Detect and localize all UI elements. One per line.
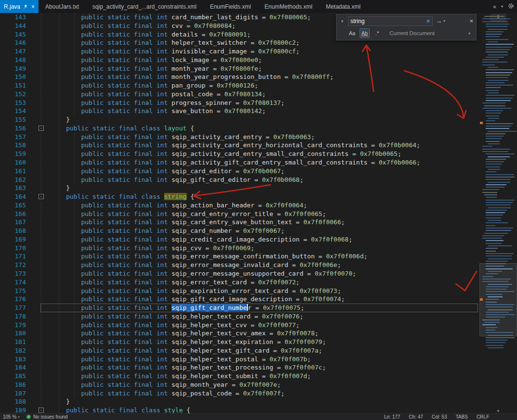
fold-margin	[30, 115, 47, 124]
code-line-148[interactable]: 148 public static final int lock_image =…	[0, 56, 479, 64]
code-line-153[interactable]: 153 public static final int progress_spi…	[0, 99, 479, 107]
code-line-183[interactable]: 183 public static final int sqip_helper_…	[0, 355, 479, 364]
code-line-150[interactable]: 150 public static final int month_year_p…	[0, 73, 479, 81]
code-line-166[interactable]: 166 public static final int sqip_card_en…	[0, 210, 479, 218]
punctuation: ;	[337, 287, 341, 294]
punctuation: ;	[322, 364, 326, 371]
code-line-176[interactable]: 176 public static final int sqip_gift_ca…	[0, 295, 479, 304]
line-number: 149	[0, 64, 30, 73]
hex-value: 0x7f0800fe	[220, 65, 258, 72]
code-line-169[interactable]: 169 public static final int sqip_credit_…	[0, 235, 479, 244]
code-line-179[interactable]: 179 public static final int sqip_helper_…	[0, 321, 479, 330]
fold-collapse-icon[interactable]: -	[39, 194, 44, 199]
search-scope-dropdown[interactable]: Current Document ▾	[385, 30, 473, 36]
minimap-line	[488, 29, 507, 30]
code-line-188[interactable]: 188 }	[0, 397, 479, 406]
code-line-175[interactable]: 175 public static final int sqip_expirat…	[0, 287, 479, 295]
code-line-174[interactable]: 174 public static final int sqip_error_t…	[0, 278, 479, 287]
code-line-157[interactable]: 157 public static final int sqip_activit…	[0, 133, 479, 141]
code-line-185[interactable]: 185 public static final int sqip_helper_…	[0, 372, 479, 381]
code-line-155[interactable]: 155 }	[0, 115, 479, 124]
overflow-chevrons-icon[interactable]: «	[493, 3, 496, 10]
code-line-156[interactable]: 156- public static final class layout {	[0, 124, 479, 133]
code-line-167[interactable]: 167 public static final int sqip_card_en…	[0, 218, 479, 227]
code-line-164[interactable]: 164- public static final class string {	[0, 192, 479, 201]
tab-list-icon[interactable]: ▾	[501, 4, 503, 9]
code-text: public static final int sqip_card_entry_…	[47, 210, 326, 218]
expand-replace-icon[interactable]: ▾	[339, 19, 345, 24]
code-line-168[interactable]: 168 public static final int sqip_card_nu…	[0, 227, 479, 235]
code-line-160[interactable]: 160 public static final int sqip_activit…	[0, 158, 479, 167]
code-line-187[interactable]: 187 public static final int sqip_postal_…	[0, 389, 479, 398]
code-line-159[interactable]: 159 public static final int sqip_activit…	[0, 150, 479, 158]
tab-aboutjars-txt[interactable]: AboutJars.txt	[39, 0, 86, 13]
code-line-161[interactable]: 161 public static final int sqip_card_ed…	[0, 167, 479, 176]
health-indicator[interactable]: ✓ No issues found	[26, 414, 68, 420]
hex-value: 0x7f0f007d	[270, 372, 307, 380]
code-line-184[interactable]: 184 public static final int sqip_helper_…	[0, 363, 479, 372]
code-line-163[interactable]: 163 }	[0, 184, 479, 192]
code-line-180[interactable]: 180 public static final int sqip_helper_…	[0, 329, 479, 338]
tab-enummethods-xml[interactable]: EnumMethods.xml	[258, 0, 319, 13]
close-find-icon[interactable]: ×	[469, 17, 473, 25]
code-line-177[interactable]: 177 public static final int sqip_gift_ca…	[0, 304, 479, 312]
code-line-172[interactable]: 172 public static final int sqip_error_m…	[0, 261, 479, 269]
code-line-170[interactable]: 170 public static final int sqip_cvv = 0…	[0, 244, 479, 253]
code-line-154[interactable]: 154 public static final int save_button …	[0, 107, 479, 115]
fold-collapse-icon[interactable]: -	[39, 407, 44, 413]
code-line-152[interactable]: 152 public static final int postal_code …	[0, 90, 479, 99]
code-line-162[interactable]: 162 public static final int sqip_gift_ca…	[0, 176, 479, 184]
split-grip-icon[interactable]: ↕	[491, 14, 506, 21]
search-input[interactable]	[349, 18, 424, 25]
pin-icon[interactable]	[23, 4, 27, 9]
code-line-178[interactable]: 178 public static final int sqip_helper_…	[0, 312, 479, 321]
code-line-149[interactable]: 149 public static final int month_year =…	[0, 64, 479, 73]
code-line-151[interactable]: 151 public static final int pan_group = …	[0, 81, 479, 90]
search-result-marker[interactable]	[480, 122, 483, 124]
tab-sqip-activity-card-ard-constraints-xml[interactable]: sqip_activity_card_...ard_constraints.xm…	[86, 0, 203, 13]
search-result-marker[interactable]	[480, 298, 483, 301]
code-line-165[interactable]: 165 public static final int sqip_action_…	[0, 201, 479, 210]
status-eol[interactable]: CRLF	[477, 414, 489, 420]
code-line-182[interactable]: 182 public static final int sqip_helper_…	[0, 346, 479, 355]
minimap-line	[488, 347, 504, 348]
regex-toggle[interactable]: .*	[372, 28, 382, 38]
minimap-viewport[interactable]	[479, 263, 517, 336]
tab-metadata-xml[interactable]: Metadata.xml	[319, 0, 367, 13]
scroll-down-icon[interactable]: ▾	[497, 408, 500, 413]
line-number: 189	[0, 406, 30, 413]
clear-search-icon[interactable]: ×	[424, 18, 432, 25]
code-line-171[interactable]: 171 public static final int sqip_error_m…	[0, 252, 479, 261]
whole-word-toggle[interactable]: Ab	[360, 28, 370, 38]
code-line-181[interactable]: 181 public static final int sqip_helper_…	[0, 338, 479, 346]
fold-collapse-icon[interactable]: -	[39, 126, 44, 131]
status-tabs[interactable]: TABS	[455, 414, 467, 420]
hex-value: 0x7f080065	[270, 13, 307, 21]
minimap-line	[486, 138, 502, 139]
fold-guide	[41, 304, 41, 312]
tab-r-java[interactable]: R.java×	[0, 0, 39, 13]
tab-enumfields-xml[interactable]: EnumFields.xml	[203, 0, 258, 13]
minimap[interactable]: ↕ ▾	[479, 13, 517, 413]
fold-margin	[30, 56, 47, 64]
code-line-186[interactable]: 186 public static final int sqip_month_y…	[0, 381, 479, 389]
code-line-189[interactable]: 189- public static final class style {	[0, 406, 479, 413]
code-line-147[interactable]: 147 public static final int invisible_ca…	[0, 47, 479, 56]
line-number: 176	[0, 295, 30, 304]
gear-icon[interactable]	[508, 3, 514, 11]
keyword: public static final int	[81, 210, 171, 217]
identifier: sqip_helper_text_cvv_amex	[171, 330, 266, 337]
code-text: public static final int sqip_postal_code…	[47, 389, 284, 398]
fold-margin	[30, 64, 47, 73]
fold-guide	[41, 201, 41, 210]
find-next-dropdown-icon[interactable]: ▾	[443, 19, 445, 23]
match-case-toggle[interactable]: Aa	[347, 28, 357, 38]
zoom-control[interactable]: 105 % ▾	[3, 414, 20, 420]
code-text: public static final int sqip_action_bar_…	[47, 201, 307, 210]
close-tab-icon[interactable]: ×	[31, 3, 35, 10]
minimap-line	[486, 57, 504, 58]
code-editor[interactable]: 143 public static final int card_number_…	[0, 13, 479, 413]
code-line-173[interactable]: 173 public static final int sqip_error_m…	[0, 269, 479, 278]
find-next-icon[interactable]: →	[436, 17, 442, 25]
code-line-158[interactable]: 158 public static final int sqip_activit…	[0, 141, 479, 150]
